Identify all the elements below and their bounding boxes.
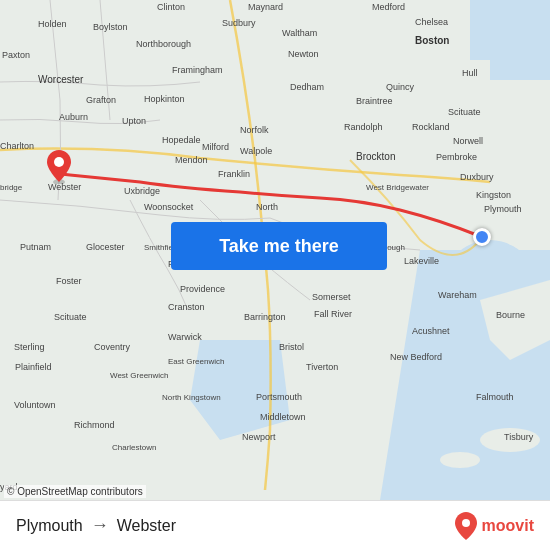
bottom-bar: Plymouth → Webster moovit <box>0 500 550 550</box>
svg-text:East Greenwich: East Greenwich <box>168 357 224 366</box>
svg-text:Duxbury: Duxbury <box>460 172 494 182</box>
svg-text:Auburn: Auburn <box>59 112 88 122</box>
svg-text:Holden: Holden <box>38 19 67 29</box>
svg-text:Dedham: Dedham <box>290 82 324 92</box>
svg-text:Foster: Foster <box>56 276 82 286</box>
route-info: Plymouth → Webster <box>16 515 176 536</box>
svg-text:Plymouth: Plymouth <box>484 204 522 214</box>
svg-text:Acushnet: Acushnet <box>412 326 450 336</box>
svg-text:Somerset: Somerset <box>312 292 351 302</box>
svg-marker-2 <box>470 0 550 60</box>
svg-text:Sterling: Sterling <box>14 342 45 352</box>
svg-text:Franklin: Franklin <box>218 169 250 179</box>
svg-text:Charlestown: Charlestown <box>112 443 156 452</box>
svg-text:Norfolk: Norfolk <box>240 125 269 135</box>
origin-label: Plymouth <box>16 517 83 535</box>
svg-text:Tisbury: Tisbury <box>504 432 534 442</box>
svg-text:Waltham: Waltham <box>282 28 317 38</box>
svg-text:New Bedford: New Bedford <box>390 352 442 362</box>
svg-text:Portsmouth: Portsmouth <box>256 392 302 402</box>
svg-text:Pembroke: Pembroke <box>436 152 477 162</box>
svg-text:Sudbury: Sudbury <box>222 18 256 28</box>
svg-text:Bristol: Bristol <box>279 342 304 352</box>
svg-text:Worcester: Worcester <box>38 74 84 85</box>
svg-text:Hull: Hull <box>462 68 478 78</box>
svg-text:Maynard: Maynard <box>248 2 283 12</box>
svg-point-9 <box>440 452 480 468</box>
svg-text:Northborough: Northborough <box>136 39 191 49</box>
svg-text:bridge: bridge <box>0 183 23 192</box>
map-container: Paxton Charlton Clinton Maynard Medford … <box>0 0 550 500</box>
svg-text:Newton: Newton <box>288 49 319 59</box>
svg-text:Scituate: Scituate <box>54 312 87 322</box>
svg-text:Woonsocket: Woonsocket <box>144 202 194 212</box>
svg-text:Plainfield: Plainfield <box>15 362 52 372</box>
svg-text:Paxton: Paxton <box>2 50 30 60</box>
svg-point-91 <box>462 519 470 527</box>
svg-text:West Bridgewater: West Bridgewater <box>366 183 429 192</box>
svg-text:Charlton: Charlton <box>0 141 34 151</box>
svg-text:Chelsea: Chelsea <box>415 17 448 27</box>
destination-pin <box>45 148 73 191</box>
svg-text:Boylston: Boylston <box>93 22 128 32</box>
svg-text:Hopedale: Hopedale <box>162 135 201 145</box>
svg-text:Uxbridge: Uxbridge <box>124 186 160 196</box>
svg-text:Scituate: Scituate <box>448 107 481 117</box>
svg-text:North Kingstown: North Kingstown <box>162 393 221 402</box>
svg-text:Mendon: Mendon <box>175 155 208 165</box>
moovit-pin-icon <box>454 511 478 541</box>
svg-text:Warwick: Warwick <box>168 332 202 342</box>
destination-label: Webster <box>117 517 176 535</box>
svg-text:West Greenwich: West Greenwich <box>110 371 169 380</box>
svg-text:Upton: Upton <box>122 116 146 126</box>
svg-text:Providence: Providence <box>180 284 225 294</box>
svg-text:Brockton: Brockton <box>356 151 395 162</box>
svg-marker-3 <box>490 60 550 80</box>
arrow-icon: → <box>91 515 109 536</box>
svg-text:Voluntown: Voluntown <box>14 400 56 410</box>
svg-text:Putnam: Putnam <box>20 242 51 252</box>
svg-text:Clinton: Clinton <box>157 2 185 12</box>
svg-text:Hopkinton: Hopkinton <box>144 94 185 104</box>
svg-text:Middletown: Middletown <box>260 412 306 422</box>
svg-text:Richmond: Richmond <box>74 420 115 430</box>
svg-text:Boston: Boston <box>415 35 449 46</box>
svg-text:Rockland: Rockland <box>412 122 450 132</box>
svg-text:Wareham: Wareham <box>438 290 477 300</box>
svg-text:Cranston: Cranston <box>168 302 205 312</box>
svg-text:Fall River: Fall River <box>314 309 352 319</box>
svg-text:Falmouth: Falmouth <box>476 392 514 402</box>
moovit-brand-name: moovit <box>482 517 534 535</box>
svg-text:Lakeville: Lakeville <box>404 256 439 266</box>
svg-text:Grafton: Grafton <box>86 95 116 105</box>
svg-text:Braintree: Braintree <box>356 96 393 106</box>
svg-text:Walpole: Walpole <box>240 146 272 156</box>
svg-text:Bourne: Bourne <box>496 310 525 320</box>
map-attribution: © OpenStreetMap contributors <box>4 485 146 498</box>
svg-point-90 <box>54 157 64 167</box>
svg-text:Barrington: Barrington <box>244 312 286 322</box>
svg-text:Medford: Medford <box>372 2 405 12</box>
svg-text:Quincy: Quincy <box>386 82 415 92</box>
svg-text:Glocester: Glocester <box>86 242 125 252</box>
svg-text:Randolph: Randolph <box>344 122 383 132</box>
moovit-logo: moovit <box>454 511 534 541</box>
svg-text:Framingham: Framingham <box>172 65 223 75</box>
svg-text:Norwell: Norwell <box>453 136 483 146</box>
svg-text:Milford: Milford <box>202 142 229 152</box>
svg-text:Kingston: Kingston <box>476 190 511 200</box>
svg-text:Coventry: Coventry <box>94 342 131 352</box>
take-me-there-button[interactable]: Take me there <box>171 222 387 270</box>
origin-dot <box>473 228 491 246</box>
svg-text:Newport: Newport <box>242 432 276 442</box>
svg-text:Tiverton: Tiverton <box>306 362 338 372</box>
svg-text:North: North <box>256 202 278 212</box>
